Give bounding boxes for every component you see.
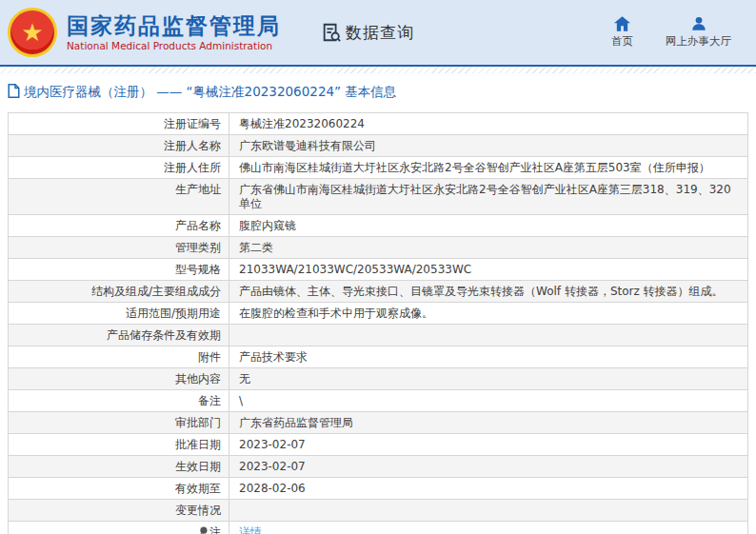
home-icon <box>614 16 630 34</box>
row-label-text: 注册证编号 <box>164 117 221 131</box>
table-row: 产品名称 腹腔内窥镜 <box>9 215 747 237</box>
row-label: 管理类别 <box>9 237 229 258</box>
nav-item-label: 首页 <box>611 34 633 49</box>
table-row: 适用范围/预期用途 在腹腔的检查和手术中用于观察成像。 <box>9 303 747 325</box>
row-label: 生效日期 <box>9 456 229 477</box>
breadcrumb-text: 境内医疗器械（注册） —— “粤械注准20232060224” 基本信息 <box>24 84 396 101</box>
header-nav: 首页 网上办事大厅 <box>611 16 756 49</box>
row-value: 广东省佛山市南海区桂城街道大圩社区永安北路2号全谷智创产业社区A座第三层318、… <box>229 179 747 214</box>
row-label: 附件 <box>9 346 229 367</box>
row-label-text: 审批部门 <box>175 416 221 430</box>
data-query-label: 数据查询 <box>346 22 414 44</box>
row-value <box>229 325 747 346</box>
row-label: 注册证编号 <box>9 113 229 134</box>
row-value: 广东欧谱曼迪科技有限公司 <box>229 135 747 156</box>
row-label: 变更情况 <box>9 500 229 521</box>
table-row: 注册人名称 广东欧谱曼迪科技有限公司 <box>9 135 747 157</box>
row-label-text: 生产地址 <box>175 183 221 197</box>
row-value: 在腹腔的检查和手术中用于观察成像。 <box>229 303 747 324</box>
breadcrumb: 境内医疗器械（注册） —— “粤械注准20232060224” 基本信息 <box>0 73 756 109</box>
row-label-text: 注册人名称 <box>164 139 221 153</box>
table-row: 生产地址 广东省佛山市南海区桂城街道大圩社区永安北路2号全谷智创产业社区A座第三… <box>9 179 747 215</box>
table-row: 结构及组成/主要组成成分 产品由镜体、主体、导光束接口、目镜罩及导光束转接器（W… <box>9 281 747 303</box>
row-value: 腹腔内窥镜 <box>229 215 747 236</box>
table-row: 批准日期 2023-02-07 <box>9 434 747 456</box>
info-table-body: 注册证编号 粤械注准20232060224 注册人名称 广东欧谱曼迪科技有限公司… <box>8 112 748 534</box>
table-row: 管理类别 第二类 <box>9 237 747 259</box>
row-label: 审批部门 <box>9 412 229 433</box>
row-value: 2023-02-07 <box>229 434 747 455</box>
row-label: 生产地址 <box>9 179 229 214</box>
table-row: 产品储存条件及有效期 <box>9 325 747 346</box>
row-label: 注册人住所 <box>9 157 229 178</box>
row-value: 广东省药品监督管理局 <box>229 412 747 433</box>
row-value: 无 <box>229 368 747 389</box>
row-label-text: 有效期至 <box>175 482 221 496</box>
org-name-en: National Medical Products Administration <box>67 40 281 51</box>
row-label: 备注 <box>9 390 229 411</box>
row-value: 产品由镜体、主体、导光束接口、目镜罩及导光束转接器（Wolf 转接器，Storz… <box>229 281 747 302</box>
row-label-text: 注册人住所 <box>164 161 221 175</box>
header-hatch-divider <box>0 67 756 73</box>
table-row: 其他内容 无 <box>9 368 747 390</box>
row-label: 型号规格 <box>9 259 229 280</box>
row-label: 结构及组成/主要组成成分 <box>9 281 229 302</box>
table-row: 注 详情 <box>9 522 747 534</box>
row-label: 产品名称 <box>9 215 229 236</box>
national-emblem-logo[interactable]: ★ <box>8 8 57 57</box>
row-label-text: 管理类别 <box>175 241 221 255</box>
nav-item-label: 网上办事大厅 <box>666 34 731 49</box>
table-row: 注册人住所 佛山市南海区桂城街道大圩社区永安北路2号全谷智创产业社区A座第五层5… <box>9 157 747 179</box>
row-label: 其他内容 <box>9 368 229 389</box>
nav-item-home[interactable]: 首页 <box>611 16 633 49</box>
row-label-text: 适用范围/预期用途 <box>126 307 221 321</box>
org-name-cn: 国家药品监督管理局 <box>67 13 281 38</box>
table-row: 变更情况 <box>9 500 747 522</box>
table-row: 附件 产品技术要求 <box>9 346 747 368</box>
data-query-nav[interactable]: 数据查询 <box>321 22 414 44</box>
note-icon <box>199 525 209 534</box>
row-value: 2023-02-07 <box>229 456 747 477</box>
row-label-text: 生效日期 <box>175 460 221 474</box>
row-label-text: 型号规格 <box>175 263 221 277</box>
star-icon: ★ <box>21 20 43 45</box>
user-icon <box>691 16 706 34</box>
row-value: 第二类 <box>229 237 747 258</box>
row-label-text: 备注 <box>198 394 221 408</box>
row-value: 粤械注准20232060224 <box>229 113 747 134</box>
row-label: 注册人名称 <box>9 135 229 156</box>
row-label: 适用范围/预期用途 <box>9 303 229 324</box>
table-row: 备注 \ <box>9 390 747 412</box>
row-label-text: 其他内容 <box>175 372 221 386</box>
row-label-text: 产品储存条件及有效期 <box>107 328 221 343</box>
row-label: 有效期至 <box>9 478 229 499</box>
row-value[interactable]: 详情 <box>229 522 747 534</box>
table-row: 有效期至 2028-02-06 <box>9 478 747 500</box>
row-value <box>229 500 747 521</box>
page-header: ★ 国家药品监督管理局 National Medical Products Ad… <box>0 0 756 67</box>
row-value: 佛山市南海区桂城街道大圩社区永安北路2号全谷智创产业社区A座第五层503室（住所… <box>229 157 747 178</box>
row-label-text: 产品名称 <box>175 219 221 233</box>
table-row: 型号规格 21033WA/21033WC/20533WA/20533WC <box>9 259 747 281</box>
row-label: 注 <box>9 522 229 534</box>
row-value: 2028-02-06 <box>229 478 747 499</box>
row-value: 21033WA/21033WC/20533WA/20533WC <box>229 259 747 280</box>
table-row: 审批部门 广东省药品监督管理局 <box>9 412 747 434</box>
row-label: 产品储存条件及有效期 <box>9 325 229 346</box>
row-label-text: 变更情况 <box>175 504 221 518</box>
table-row: 注册证编号 粤械注准20232060224 <box>9 113 747 135</box>
nav-item-service-hall[interactable]: 网上办事大厅 <box>666 16 731 49</box>
row-label-text: 批准日期 <box>175 438 221 452</box>
file-icon <box>8 84 24 101</box>
row-label-text: 结构及组成/主要组成成分 <box>91 285 221 299</box>
row-label-text: 附件 <box>198 350 221 365</box>
row-label: 批准日期 <box>9 434 229 455</box>
row-value: 产品技术要求 <box>229 346 747 367</box>
org-title-block: 国家药品监督管理局 National Medical Products Admi… <box>67 13 281 51</box>
doc-search-icon <box>321 22 342 43</box>
table-row: 生效日期 2023-02-07 <box>9 456 747 478</box>
row-label-text: 注 <box>209 525 221 534</box>
row-value: \ <box>229 390 747 411</box>
